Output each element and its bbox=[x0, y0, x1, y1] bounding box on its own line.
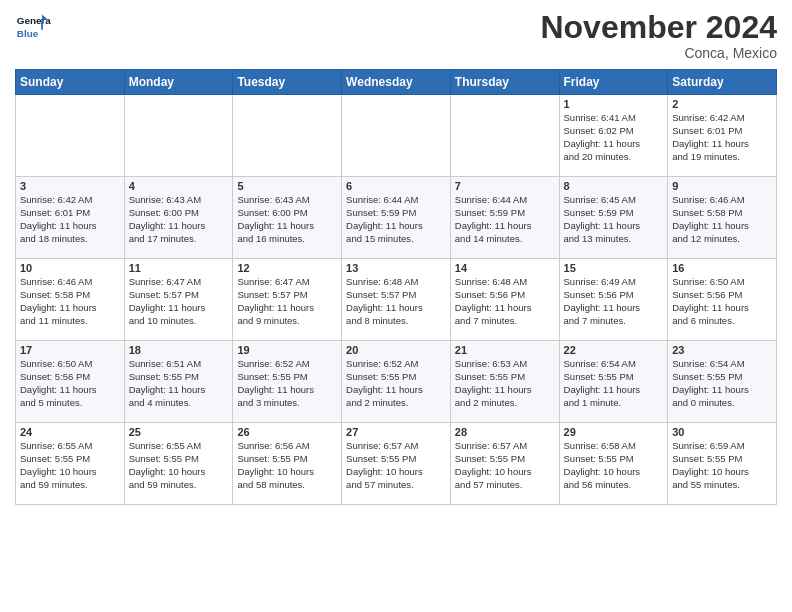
calendar-cell: 20Sunrise: 6:52 AM Sunset: 5:55 PM Dayli… bbox=[342, 341, 451, 423]
weekday-header: Sunday bbox=[16, 70, 125, 95]
weekday-header: Thursday bbox=[450, 70, 559, 95]
calendar-cell: 1Sunrise: 6:41 AM Sunset: 6:02 PM Daylig… bbox=[559, 95, 668, 177]
day-info: Sunrise: 6:43 AM Sunset: 6:00 PM Dayligh… bbox=[129, 194, 229, 245]
day-info: Sunrise: 6:49 AM Sunset: 5:56 PM Dayligh… bbox=[564, 276, 664, 327]
day-info: Sunrise: 6:55 AM Sunset: 5:55 PM Dayligh… bbox=[20, 440, 120, 491]
logo-icon: General Blue bbox=[15, 10, 51, 46]
day-info: Sunrise: 6:42 AM Sunset: 6:01 PM Dayligh… bbox=[672, 112, 772, 163]
day-number: 7 bbox=[455, 180, 555, 192]
day-number: 1 bbox=[564, 98, 664, 110]
calendar-cell: 17Sunrise: 6:50 AM Sunset: 5:56 PM Dayli… bbox=[16, 341, 125, 423]
day-number: 18 bbox=[129, 344, 229, 356]
day-info: Sunrise: 6:42 AM Sunset: 6:01 PM Dayligh… bbox=[20, 194, 120, 245]
weekday-header: Wednesday bbox=[342, 70, 451, 95]
calendar-table: SundayMondayTuesdayWednesdayThursdayFrid… bbox=[15, 69, 777, 505]
calendar-cell: 11Sunrise: 6:47 AM Sunset: 5:57 PM Dayli… bbox=[124, 259, 233, 341]
calendar-cell: 6Sunrise: 6:44 AM Sunset: 5:59 PM Daylig… bbox=[342, 177, 451, 259]
day-number: 12 bbox=[237, 262, 337, 274]
day-info: Sunrise: 6:54 AM Sunset: 5:55 PM Dayligh… bbox=[672, 358, 772, 409]
day-info: Sunrise: 6:54 AM Sunset: 5:55 PM Dayligh… bbox=[564, 358, 664, 409]
calendar-cell: 19Sunrise: 6:52 AM Sunset: 5:55 PM Dayli… bbox=[233, 341, 342, 423]
day-info: Sunrise: 6:51 AM Sunset: 5:55 PM Dayligh… bbox=[129, 358, 229, 409]
day-info: Sunrise: 6:52 AM Sunset: 5:55 PM Dayligh… bbox=[237, 358, 337, 409]
day-number: 29 bbox=[564, 426, 664, 438]
day-number: 5 bbox=[237, 180, 337, 192]
calendar-cell: 8Sunrise: 6:45 AM Sunset: 5:59 PM Daylig… bbox=[559, 177, 668, 259]
day-number: 13 bbox=[346, 262, 446, 274]
day-info: Sunrise: 6:48 AM Sunset: 5:57 PM Dayligh… bbox=[346, 276, 446, 327]
calendar-cell: 13Sunrise: 6:48 AM Sunset: 5:57 PM Dayli… bbox=[342, 259, 451, 341]
day-number: 25 bbox=[129, 426, 229, 438]
logo: General Blue bbox=[15, 10, 51, 46]
calendar-cell: 7Sunrise: 6:44 AM Sunset: 5:59 PM Daylig… bbox=[450, 177, 559, 259]
day-info: Sunrise: 6:55 AM Sunset: 5:55 PM Dayligh… bbox=[129, 440, 229, 491]
calendar-cell: 16Sunrise: 6:50 AM Sunset: 5:56 PM Dayli… bbox=[668, 259, 777, 341]
day-number: 3 bbox=[20, 180, 120, 192]
calendar-week-row: 17Sunrise: 6:50 AM Sunset: 5:56 PM Dayli… bbox=[16, 341, 777, 423]
calendar-week-row: 24Sunrise: 6:55 AM Sunset: 5:55 PM Dayli… bbox=[16, 423, 777, 505]
calendar-cell: 15Sunrise: 6:49 AM Sunset: 5:56 PM Dayli… bbox=[559, 259, 668, 341]
day-number: 28 bbox=[455, 426, 555, 438]
day-number: 17 bbox=[20, 344, 120, 356]
calendar-cell: 2Sunrise: 6:42 AM Sunset: 6:01 PM Daylig… bbox=[668, 95, 777, 177]
calendar-week-row: 10Sunrise: 6:46 AM Sunset: 5:58 PM Dayli… bbox=[16, 259, 777, 341]
calendar-cell: 4Sunrise: 6:43 AM Sunset: 6:00 PM Daylig… bbox=[124, 177, 233, 259]
calendar-cell: 3Sunrise: 6:42 AM Sunset: 6:01 PM Daylig… bbox=[16, 177, 125, 259]
day-number: 19 bbox=[237, 344, 337, 356]
weekday-header: Saturday bbox=[668, 70, 777, 95]
day-info: Sunrise: 6:50 AM Sunset: 5:56 PM Dayligh… bbox=[672, 276, 772, 327]
day-info: Sunrise: 6:53 AM Sunset: 5:55 PM Dayligh… bbox=[455, 358, 555, 409]
calendar-cell: 14Sunrise: 6:48 AM Sunset: 5:56 PM Dayli… bbox=[450, 259, 559, 341]
weekday-header: Monday bbox=[124, 70, 233, 95]
day-number: 14 bbox=[455, 262, 555, 274]
day-info: Sunrise: 6:47 AM Sunset: 5:57 PM Dayligh… bbox=[129, 276, 229, 327]
calendar-cell bbox=[450, 95, 559, 177]
calendar-cell bbox=[233, 95, 342, 177]
month-title: November 2024 bbox=[540, 10, 777, 45]
calendar-cell: 5Sunrise: 6:43 AM Sunset: 6:00 PM Daylig… bbox=[233, 177, 342, 259]
day-info: Sunrise: 6:52 AM Sunset: 5:55 PM Dayligh… bbox=[346, 358, 446, 409]
calendar-cell: 12Sunrise: 6:47 AM Sunset: 5:57 PM Dayli… bbox=[233, 259, 342, 341]
calendar-cell: 10Sunrise: 6:46 AM Sunset: 5:58 PM Dayli… bbox=[16, 259, 125, 341]
location: Conca, Mexico bbox=[540, 45, 777, 61]
calendar-cell: 30Sunrise: 6:59 AM Sunset: 5:55 PM Dayli… bbox=[668, 423, 777, 505]
day-info: Sunrise: 6:59 AM Sunset: 5:55 PM Dayligh… bbox=[672, 440, 772, 491]
calendar-cell: 26Sunrise: 6:56 AM Sunset: 5:55 PM Dayli… bbox=[233, 423, 342, 505]
weekday-header: Tuesday bbox=[233, 70, 342, 95]
calendar-cell bbox=[16, 95, 125, 177]
day-info: Sunrise: 6:43 AM Sunset: 6:00 PM Dayligh… bbox=[237, 194, 337, 245]
day-number: 20 bbox=[346, 344, 446, 356]
calendar-cell: 22Sunrise: 6:54 AM Sunset: 5:55 PM Dayli… bbox=[559, 341, 668, 423]
day-info: Sunrise: 6:48 AM Sunset: 5:56 PM Dayligh… bbox=[455, 276, 555, 327]
day-number: 23 bbox=[672, 344, 772, 356]
day-number: 8 bbox=[564, 180, 664, 192]
day-info: Sunrise: 6:41 AM Sunset: 6:02 PM Dayligh… bbox=[564, 112, 664, 163]
calendar-cell: 28Sunrise: 6:57 AM Sunset: 5:55 PM Dayli… bbox=[450, 423, 559, 505]
day-number: 10 bbox=[20, 262, 120, 274]
day-info: Sunrise: 6:46 AM Sunset: 5:58 PM Dayligh… bbox=[20, 276, 120, 327]
day-info: Sunrise: 6:57 AM Sunset: 5:55 PM Dayligh… bbox=[455, 440, 555, 491]
calendar-cell: 27Sunrise: 6:57 AM Sunset: 5:55 PM Dayli… bbox=[342, 423, 451, 505]
day-number: 15 bbox=[564, 262, 664, 274]
calendar-week-row: 1Sunrise: 6:41 AM Sunset: 6:02 PM Daylig… bbox=[16, 95, 777, 177]
day-number: 11 bbox=[129, 262, 229, 274]
calendar-cell: 9Sunrise: 6:46 AM Sunset: 5:58 PM Daylig… bbox=[668, 177, 777, 259]
day-number: 9 bbox=[672, 180, 772, 192]
svg-text:General: General bbox=[17, 15, 51, 26]
day-info: Sunrise: 6:46 AM Sunset: 5:58 PM Dayligh… bbox=[672, 194, 772, 245]
day-number: 24 bbox=[20, 426, 120, 438]
day-number: 2 bbox=[672, 98, 772, 110]
day-number: 6 bbox=[346, 180, 446, 192]
day-number: 22 bbox=[564, 344, 664, 356]
title-block: November 2024 Conca, Mexico bbox=[540, 10, 777, 61]
header: General Blue November 2024 Conca, Mexico bbox=[15, 10, 777, 61]
calendar-cell: 24Sunrise: 6:55 AM Sunset: 5:55 PM Dayli… bbox=[16, 423, 125, 505]
svg-text:Blue: Blue bbox=[17, 28, 39, 39]
calendar-cell: 29Sunrise: 6:58 AM Sunset: 5:55 PM Dayli… bbox=[559, 423, 668, 505]
page: General Blue November 2024 Conca, Mexico… bbox=[0, 0, 792, 612]
calendar-cell: 21Sunrise: 6:53 AM Sunset: 5:55 PM Dayli… bbox=[450, 341, 559, 423]
day-number: 21 bbox=[455, 344, 555, 356]
day-info: Sunrise: 6:47 AM Sunset: 5:57 PM Dayligh… bbox=[237, 276, 337, 327]
weekday-header: Friday bbox=[559, 70, 668, 95]
day-number: 30 bbox=[672, 426, 772, 438]
